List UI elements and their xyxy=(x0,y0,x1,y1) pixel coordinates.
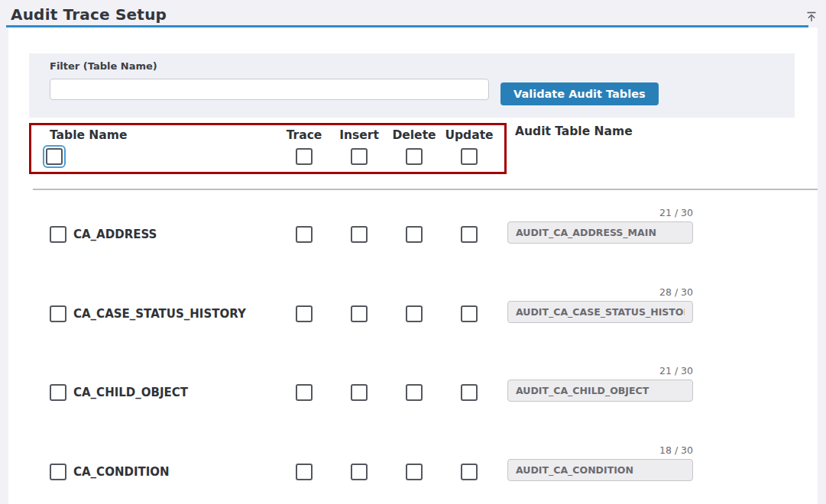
table-row: CA_CONDITION 18 / 30 xyxy=(29,436,818,504)
table-name-label: CA_ADDRESS xyxy=(73,228,157,241)
trace-checkbox[interactable] xyxy=(296,305,313,322)
delete-all-checkbox[interactable] xyxy=(406,148,423,165)
column-header-table-name: Table Name xyxy=(50,128,127,142)
row-select-checkbox[interactable] xyxy=(50,384,66,401)
filter-label: Filter (Table Name) xyxy=(50,60,157,72)
audit-table-name-input[interactable] xyxy=(507,221,693,244)
audit-table-name-input[interactable] xyxy=(507,459,693,481)
column-header-delete: Delete xyxy=(392,128,436,142)
update-checkbox[interactable] xyxy=(461,226,478,243)
column-header-insert: Insert xyxy=(339,128,379,142)
delete-checkbox[interactable] xyxy=(406,464,423,480)
char-counter: 21 / 30 xyxy=(507,365,693,376)
audit-table-name-input[interactable] xyxy=(507,301,693,323)
table-name-label: CA_CASE_STATUS_HISTORY xyxy=(73,307,246,321)
table-header-row: Table Name Trace Insert Delete Update xyxy=(29,128,507,142)
table-name-label: CA_CHILD_OBJECT xyxy=(73,386,188,399)
char-counter: 21 / 30 xyxy=(507,207,693,218)
char-counter: 18 / 30 xyxy=(507,444,693,456)
delete-checkbox[interactable] xyxy=(406,384,423,401)
trace-checkbox[interactable] xyxy=(296,226,313,243)
update-all-checkbox[interactable] xyxy=(461,148,478,165)
insert-all-checkbox[interactable] xyxy=(351,148,368,165)
row-select-checkbox[interactable] xyxy=(50,464,66,480)
update-checkbox[interactable] xyxy=(461,384,478,401)
row-select-checkbox[interactable] xyxy=(50,226,66,243)
column-header-update: Update xyxy=(445,128,493,142)
update-checkbox[interactable] xyxy=(461,305,478,322)
insert-checkbox[interactable] xyxy=(351,384,368,401)
table-row: CA_CASE_STATUS_HISTORY 28 / 30 xyxy=(29,278,818,357)
audit-trace-setup-page: Audit Trace Setup Filter (Table Name) Va… xyxy=(0,0,826,504)
table-row: CA_ADDRESS 21 / 30 xyxy=(29,199,818,278)
select-all-checkbox[interactable] xyxy=(46,148,63,165)
trace-checkbox[interactable] xyxy=(296,384,313,401)
column-header-trace: Trace xyxy=(287,128,322,142)
arrow-up-to-line-icon xyxy=(805,10,818,26)
insert-checkbox[interactable] xyxy=(351,464,368,480)
update-checkbox[interactable] xyxy=(461,464,478,480)
page-title: Audit Trace Setup xyxy=(11,5,167,24)
scroll-to-top-button[interactable] xyxy=(802,8,821,27)
trace-all-checkbox[interactable] xyxy=(296,148,313,165)
delete-checkbox[interactable] xyxy=(406,305,423,322)
select-all-focus-ring xyxy=(43,145,66,168)
header-divider xyxy=(33,189,818,190)
table-row: CA_CHILD_OBJECT 21 / 30 xyxy=(29,357,818,436)
filter-table-name-input[interactable] xyxy=(50,79,489,100)
filter-panel: Filter (Table Name) Validate Audit Table… xyxy=(29,53,795,118)
audit-table-name-input[interactable] xyxy=(507,380,693,402)
row-select-checkbox[interactable] xyxy=(50,305,66,322)
header-checkbox-row xyxy=(29,145,507,168)
char-counter: 28 / 30 xyxy=(507,286,693,298)
trace-checkbox[interactable] xyxy=(296,464,313,480)
column-header-audit-table-name: Audit Table Name xyxy=(515,124,633,138)
table-name-label: CA_CONDITION xyxy=(73,465,170,479)
insert-checkbox[interactable] xyxy=(351,226,368,243)
delete-checkbox[interactable] xyxy=(406,226,423,243)
validate-audit-tables-button[interactable]: Validate Audit Tables xyxy=(500,82,659,105)
insert-checkbox[interactable] xyxy=(351,305,368,322)
